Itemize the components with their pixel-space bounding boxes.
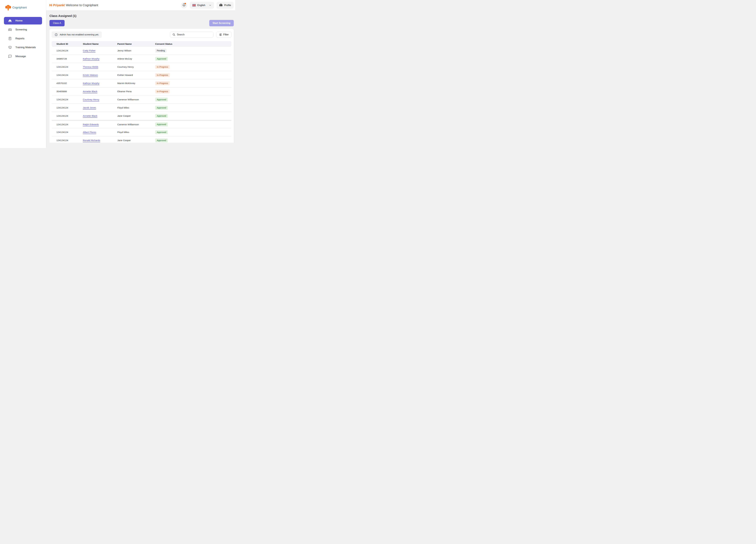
table-row: 124124124 Cody Fisher Jenny Wilson Pendi…	[52, 47, 231, 55]
table-row: 124124124 Ronald Richards Jane Cooper Ap…	[52, 137, 231, 143]
student-name-link[interactable]: Theresa Webb	[83, 66, 98, 68]
greeting-rest: Welcome to Cogniphant	[66, 3, 98, 7]
page-title: Class Assigned (1)	[49, 14, 234, 18]
sliders-icon	[219, 33, 222, 36]
consent-status-badge: In-Progress	[155, 73, 170, 77]
students-table: Student IDStudent NameParent NameConsent…	[52, 41, 231, 143]
student-name-link[interactable]: Ronald Richards	[83, 139, 100, 142]
student-id: 124124124	[52, 98, 78, 101]
consent-status-badge: Approved	[155, 122, 168, 127]
search-input[interactable]	[170, 32, 213, 38]
table-row: 124124124 Jacob Jones Floyd Miles Approv…	[52, 104, 231, 112]
student-id: 124124124	[52, 106, 78, 109]
student-name-link[interactable]: Jacob Jones	[83, 106, 96, 109]
student-id: 124124124	[52, 115, 78, 117]
student-id: 43570102	[52, 82, 78, 85]
parent-name: Jane Cooper	[113, 139, 150, 142]
student-name-link[interactable]: Kathryn Murphy	[83, 57, 99, 60]
student-id: 124124124	[52, 131, 78, 134]
parent-name: Arlene McCoy	[113, 57, 150, 60]
filter-button[interactable]: Filter	[216, 32, 231, 38]
profile-label: Profile	[224, 4, 231, 7]
sidebar-item-label: Message	[15, 55, 26, 58]
table-row: 35465666 Annette Black Eleanor Pena In-P…	[52, 88, 231, 96]
consent-status-badge: Approved	[155, 139, 168, 143]
sidebar-item-home[interactable]: Home	[4, 17, 42, 24]
main-content: Class Assigned (1) Class A Start Screeni…	[46, 11, 235, 148]
student-id: 34985728	[52, 57, 78, 60]
sidebar: Cogniphant Home Screening Reports Traini…	[0, 0, 46, 148]
student-id: 124124124	[52, 139, 78, 142]
sidebar-nav: Home Screening Reports Training Material…	[4, 17, 42, 60]
consent-status-badge: Approved	[155, 106, 168, 110]
column-header-parent-name: Parent Name	[113, 43, 150, 45]
parent-name: Cameron Williamson	[113, 98, 150, 101]
filter-label: Filter	[223, 33, 229, 36]
student-name-link[interactable]: Kathryn Murphy	[83, 82, 99, 85]
search-icon	[172, 33, 175, 36]
sidebar-item-training-materials[interactable]: Training Materials	[4, 44, 42, 51]
student-name-link[interactable]: Courtney Henry	[83, 98, 99, 101]
student-id: 124124124	[52, 123, 78, 126]
column-header-student-id: Student ID	[52, 43, 78, 45]
consent-status-badge: Pending	[155, 49, 166, 53]
table-row: 43570102 Kathryn Murphy Marvin McKinney …	[52, 79, 231, 88]
column-header-student-name: Student Name	[78, 43, 113, 45]
student-name-link[interactable]: Kristin Watson	[83, 74, 98, 76]
table-header: Student IDStudent NameParent NameConsent…	[52, 41, 231, 47]
report-icon	[8, 37, 12, 40]
uk-flag-icon	[192, 4, 196, 7]
parent-name: Cameron Williamson	[113, 123, 150, 126]
chevron-down-icon	[209, 4, 211, 7]
student-id: 124124124	[52, 49, 78, 52]
sidebar-item-screening[interactable]: Screening	[4, 26, 42, 33]
student-name-link[interactable]: Annette Black	[83, 90, 97, 93]
notifications-button[interactable]	[181, 2, 187, 8]
consent-status-badge: Approved	[155, 57, 168, 61]
language-label: English	[197, 4, 205, 7]
class-a-tab[interactable]: Class A	[49, 20, 65, 26]
gamepad-icon	[8, 28, 12, 31]
parent-name: Courtney Henry	[113, 66, 150, 68]
consent-status-badge: In-Progress	[155, 65, 170, 69]
parent-name: Esther Howard	[113, 74, 150, 77]
user-circle-icon	[219, 3, 223, 7]
unread-dot	[185, 3, 186, 4]
banner-text: Admin has not enabled screening yet.	[60, 33, 99, 36]
student-name-link[interactable]: Albert Flores	[83, 131, 96, 134]
table-body: 124124124 Cody Fisher Jenny Wilson Pendi…	[52, 47, 231, 143]
table-row: 124124124 Courtney Henry Cameron William…	[52, 96, 231, 104]
consent-status-badge: In-Progress	[155, 81, 170, 85]
parent-name: Jane Cooper	[113, 115, 150, 117]
sidebar-item-reports[interactable]: Reports	[4, 35, 42, 42]
student-name-link[interactable]: Ralph Edwards	[83, 123, 99, 126]
language-selector[interactable]: English	[190, 2, 214, 9]
app-window: Cogniphant Home Screening Reports Traini…	[0, 0, 235, 148]
sidebar-item-label: Home	[15, 19, 23, 22]
sidebar-item-label: Screening	[15, 28, 27, 31]
profile-button[interactable]: Profile	[217, 2, 234, 9]
start-screening-button[interactable]: Start Screening	[209, 20, 234, 26]
column-header-consent-status: Consent Status	[150, 43, 231, 45]
topbar: Hi Priyank! Welcome to Cogniphant	[46, 0, 235, 11]
elephant-icon	[5, 4, 11, 11]
student-name-link[interactable]: Annette Black	[83, 115, 97, 117]
brand-logo[interactable]: Cogniphant	[4, 4, 42, 11]
students-card: Admin has not enabled screening yet.	[49, 29, 234, 143]
parent-name: Floyd Miles	[113, 106, 150, 109]
student-id: 124124124	[52, 74, 78, 77]
training-icon	[8, 46, 12, 49]
table-row: 124124124 Albert Flores Floyd Miles Appr…	[52, 128, 231, 137]
sidebar-item-label: Training Materials	[15, 46, 36, 49]
table-row: 34985728 Kathryn Murphy Arlene McCoy App…	[52, 55, 231, 63]
table-row: 124124124 Kristin Watson Esther Howard I…	[52, 71, 231, 79]
student-id: 124124124	[52, 66, 78, 68]
search-box	[170, 32, 213, 38]
sidebar-item-message[interactable]: Message	[4, 53, 42, 60]
consent-status-badge: Approved	[155, 114, 168, 118]
student-id: 35465666	[52, 90, 78, 93]
consent-status-badge: Approved	[155, 130, 168, 134]
student-name-link[interactable]: Cody Fisher	[83, 49, 96, 52]
message-icon	[8, 55, 12, 58]
parent-name: Floyd Miles	[113, 131, 150, 134]
